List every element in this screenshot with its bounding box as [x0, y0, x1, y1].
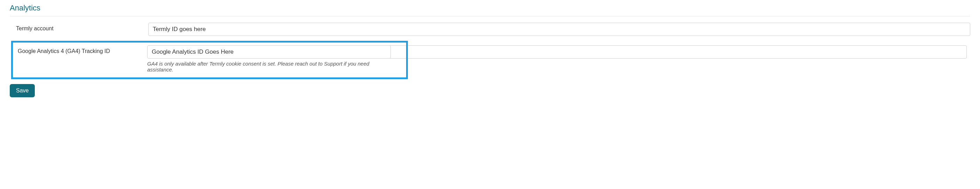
- ga4-input[interactable]: [147, 45, 391, 59]
- ga4-row-highlight: Google Analytics 4 (GA4) Tracking ID GA4…: [11, 41, 408, 79]
- save-button[interactable]: Save: [10, 84, 35, 97]
- ga4-label: Google Analytics 4 (GA4) Tracking ID: [18, 45, 147, 54]
- termly-row: Termly account: [10, 22, 970, 36]
- termly-input[interactable]: [148, 22, 970, 36]
- section-title: Analytics: [10, 3, 970, 16]
- ga4-help-text: GA4 is only available after Termly cooki…: [147, 61, 391, 72]
- termly-label: Termly account: [16, 22, 148, 32]
